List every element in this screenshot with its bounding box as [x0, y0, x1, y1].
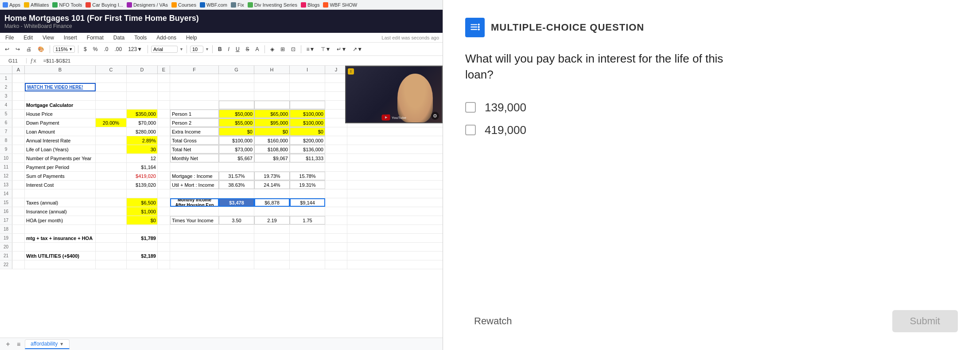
col-header-h[interactable]: H	[254, 66, 290, 74]
house-price-label: House Price	[25, 110, 96, 118]
person1-col3[interactable]: $100,000	[290, 110, 325, 118]
rewatch-button[interactable]: Rewatch	[465, 311, 521, 331]
decimal-button[interactable]: .0	[101, 45, 110, 53]
table-row: 16 Insurance (annual) $1,000	[0, 207, 443, 216]
col-header-g[interactable]: G	[219, 66, 254, 74]
person2-col1[interactable]: $55,000	[219, 118, 254, 127]
apps-icon	[3, 2, 8, 8]
person2-col2[interactable]: $95,000	[254, 118, 290, 127]
col-header-c[interactable]: C	[96, 66, 127, 74]
svg-point-3	[478, 24, 480, 25]
halign-button[interactable]: ≡▼	[304, 45, 317, 53]
quiz-panel: MULTIPLE-CHOICE QUESTION What will you p…	[443, 0, 980, 350]
font-color-button[interactable]: A	[253, 45, 261, 53]
borders-button[interactable]: ⊞	[278, 45, 287, 53]
quiz-checkbox-1[interactable]	[465, 102, 476, 113]
affordability-tab[interactable]: affordability ▼	[25, 339, 70, 349]
underline-button[interactable]: U	[233, 45, 242, 53]
undo-button[interactable]: ↩	[3, 45, 12, 53]
currency-button[interactable]: $	[82, 45, 89, 53]
font-size-input[interactable]	[190, 46, 203, 53]
tab-dropdown-icon[interactable]: ▼	[59, 342, 64, 346]
italic-button[interactable]: I	[226, 45, 232, 53]
rotate-button[interactable]: ↗▼	[350, 45, 365, 53]
extra-income-col2[interactable]: $0	[254, 127, 290, 136]
cell-reference-box[interactable]: G11	[0, 58, 27, 63]
bookmark-blogs[interactable]: Blogs	[301, 2, 320, 8]
menu-addons[interactable]: Add-ons	[155, 34, 178, 42]
valign-button[interactable]: ⊤▼	[319, 45, 333, 53]
person1-col1[interactable]: $50,000	[219, 110, 254, 118]
quiz-checkbox-2[interactable]	[465, 125, 476, 135]
menu-view[interactable]: View	[41, 34, 56, 42]
zoom-control[interactable]: 115% ▼	[53, 46, 75, 53]
sheet-list-button[interactable]: ≡	[14, 340, 23, 349]
submit-button[interactable]: Submit	[892, 310, 958, 332]
bookmark-car[interactable]: Car Buying I...	[86, 2, 123, 8]
extra-income-col3[interactable]: $0	[290, 127, 325, 136]
paint-format-button[interactable]: 🎨	[35, 45, 47, 53]
strikethrough-button[interactable]: S	[244, 45, 252, 53]
col-header-j[interactable]: J	[325, 66, 347, 74]
bookmark-apps[interactable]: Apps	[3, 2, 20, 8]
video-gear-icon[interactable]: ⚙	[431, 112, 439, 120]
menu-insert[interactable]: Insert	[62, 34, 79, 42]
menu-tools[interactable]: Tools	[132, 34, 148, 42]
add-sheet-button[interactable]: +	[4, 340, 12, 349]
toolbar-separator-4	[187, 45, 187, 53]
font-selector[interactable]	[151, 46, 178, 53]
life-loan-value[interactable]: 30	[127, 145, 158, 153]
menu-format[interactable]: Format	[85, 34, 105, 42]
mtg-tax-value: $1,789	[127, 234, 158, 242]
quiz-option-2[interactable]: 419,000	[465, 123, 958, 137]
hoa-value[interactable]: $0	[127, 216, 158, 224]
col-header-e[interactable]: E	[158, 66, 170, 74]
bookmark-designers[interactable]: Designers / VAs	[127, 2, 168, 8]
bookmark-div[interactable]: Div Investing Series	[248, 2, 297, 8]
bold-button[interactable]: B	[216, 45, 224, 53]
bookmark-nfo[interactable]: NFO Tools	[52, 2, 82, 8]
interest-rate-value[interactable]: 2.89%	[127, 136, 158, 145]
taxes-value[interactable]: $6,500	[127, 198, 158, 207]
col-header-i[interactable]: I	[290, 66, 325, 74]
down-payment-pct[interactable]: 20.00%	[96, 118, 127, 127]
wrap-button[interactable]: ↵▼	[334, 45, 349, 53]
utilities-label: With UTILITIES (+$400)	[25, 252, 96, 260]
bookmarks-bar: Apps Affiliates NFO Tools Car Buying I..…	[0, 0, 443, 10]
times-income-col1: 3.50	[219, 216, 254, 224]
insurance-value[interactable]: $1,000	[127, 207, 158, 216]
num-payments-label: Number of Payments per Year	[25, 154, 96, 162]
person1-col2[interactable]: $65,000	[254, 110, 290, 118]
format123-button[interactable]: 123▼	[126, 45, 144, 53]
percent-button[interactable]: %	[91, 45, 100, 53]
col-header-d[interactable]: D	[127, 66, 158, 74]
video-badge: !	[348, 68, 354, 75]
bookmark-affiliates[interactable]: Affiliates	[24, 2, 49, 8]
quiz-option-1[interactable]: 139,000	[465, 101, 958, 114]
merge-button[interactable]: ⊡	[289, 45, 298, 53]
col-header-b[interactable]: B	[25, 66, 96, 74]
bookmark-wbf-show[interactable]: WBF SHOW	[323, 2, 357, 8]
menu-data[interactable]: Data	[112, 34, 126, 42]
print-button[interactable]: 🖨	[24, 45, 34, 53]
total-gross-col2: $160,000	[254, 136, 290, 145]
watch-video-link[interactable]: WATCH THE VIDEO HERE!	[25, 83, 96, 91]
bookmark-wbf[interactable]: WBF.com	[200, 2, 227, 8]
extra-income-col1[interactable]: $0	[219, 127, 254, 136]
video-overlay: ⚙ ! YouTube	[345, 66, 443, 123]
mortgage-income-label: Mortgage : Income	[170, 172, 219, 180]
bookmark-fix[interactable]: Fix	[231, 2, 244, 8]
redo-button[interactable]: ↪	[13, 45, 22, 53]
fill-color-button[interactable]: ◈	[268, 45, 276, 53]
menu-file[interactable]: File	[4, 34, 16, 42]
bookmark-courses[interactable]: Courses	[171, 2, 196, 8]
utilities-value: $2,189	[127, 252, 158, 260]
house-price-value[interactable]: $350,000	[127, 110, 158, 118]
col-header-f[interactable]: F	[170, 66, 219, 74]
mortgage-income-col3: 15.78%	[290, 172, 325, 180]
decimal2-button[interactable]: .00	[112, 45, 124, 53]
person2-col3[interactable]: $100,000	[290, 118, 325, 127]
menu-help[interactable]: Help	[184, 34, 199, 42]
col-header-a[interactable]: A	[12, 66, 25, 74]
menu-edit[interactable]: Edit	[22, 34, 35, 42]
